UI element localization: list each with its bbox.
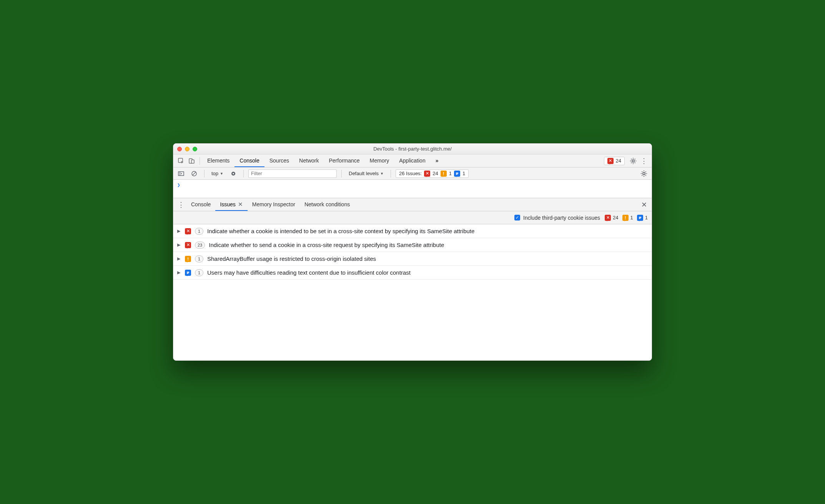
error-icon: ✕	[607, 158, 614, 164]
error-icon: ✕	[185, 242, 191, 248]
issue-row[interactable]: ▶ ! 1 SharedArrayBuffer usage is restric…	[173, 252, 652, 266]
titlebar: DevTools - first-party-test.glitch.me/	[173, 144, 652, 154]
warnings-counter[interactable]: ! 1	[622, 215, 633, 221]
error-icon: ✕	[185, 228, 191, 234]
issues-list: ▶ ✕ 1 Indicate whether a cookie is inten…	[173, 224, 652, 280]
checkbox-icon: ✓	[514, 215, 520, 220]
main-tabs: Elements Console Sources Network Perform…	[202, 154, 443, 167]
separator	[243, 170, 244, 177]
more-menu-icon[interactable]: ⋮	[639, 156, 649, 166]
settings-icon[interactable]	[628, 156, 639, 166]
close-tab-icon[interactable]: ✕	[238, 201, 243, 208]
issue-count-pill: 1	[195, 255, 203, 262]
clear-console-icon[interactable]	[189, 168, 200, 179]
disclosure-icon[interactable]: ▶	[177, 242, 181, 247]
issue-title: Indicate whether a cookie is intended to…	[207, 228, 474, 234]
close-drawer-icon[interactable]: ✕	[639, 201, 649, 209]
empty-space	[173, 280, 652, 360]
console-input-area[interactable]: ❯	[173, 180, 652, 198]
warning-icon: !	[185, 256, 191, 262]
tab-application[interactable]: Application	[394, 154, 431, 167]
issue-row[interactable]: ▶ ✕ 1 Indicate whether a cookie is inten…	[173, 224, 652, 238]
disclosure-icon[interactable]: ▶	[177, 256, 181, 261]
separator	[341, 170, 342, 177]
third-party-checkbox[interactable]: ✓ Include third-party cookie issues	[514, 215, 600, 221]
tab-elements[interactable]: Elements	[202, 154, 235, 167]
issue-count-pill: 23	[195, 242, 205, 249]
context-selector[interactable]: top ▼	[209, 170, 226, 177]
issue-count-pill: 1	[195, 228, 203, 235]
devtools-window: DevTools - first-party-test.glitch.me/ E…	[173, 143, 652, 361]
svg-point-9	[643, 172, 645, 175]
drawer-tab-network-conditions[interactable]: Network conditions	[300, 198, 354, 211]
error-count: 24	[616, 158, 621, 164]
error-icon: ✕	[424, 171, 430, 177]
drawer-tab-console[interactable]: Console	[186, 198, 215, 211]
console-toolbar: top ▼ Default levels ▼ 26 Issues: ✕ 24 !…	[173, 167, 652, 180]
issues-toolbar: ✓ Include third-party cookie issues ✕ 24…	[173, 211, 652, 224]
info-icon	[185, 270, 191, 276]
info-icon	[637, 215, 643, 221]
svg-point-8	[233, 173, 234, 174]
issue-counters: ✕ 24 ! 1 1	[605, 215, 648, 221]
issue-title: SharedArrayBuffer usage is restricted to…	[207, 255, 376, 262]
issue-title: Users may have difficulties reading text…	[207, 269, 411, 276]
main-tabstrip: Elements Console Sources Network Perform…	[173, 154, 652, 167]
window-title: DevTools - first-party-test.glitch.me/	[173, 146, 652, 152]
separator	[391, 170, 391, 177]
drawer-tab-memory-inspector[interactable]: Memory Inspector	[248, 198, 300, 211]
issue-row[interactable]: ▶ 1 Users may have difficulties reading …	[173, 266, 652, 280]
tab-sources[interactable]: Sources	[264, 154, 294, 167]
device-toggle-icon[interactable]	[186, 156, 197, 166]
inspect-element-icon[interactable]	[176, 156, 186, 166]
tab-performance[interactable]: Performance	[324, 154, 364, 167]
filter-input[interactable]	[248, 169, 337, 178]
svg-rect-2	[191, 160, 194, 163]
issue-count-pill: 1	[195, 269, 203, 276]
issue-title: Indicate whether to send a cookie in a c…	[209, 242, 444, 248]
errors-counter[interactable]: ✕ 24	[605, 215, 618, 221]
tab-memory[interactable]: Memory	[365, 154, 394, 167]
warning-icon: !	[441, 171, 447, 177]
error-count-badge[interactable]: ✕ 24	[604, 157, 625, 165]
disclosure-icon[interactable]: ▶	[177, 270, 181, 275]
issues-summary-button[interactable]: 26 Issues: ✕ 24 ! 1 1	[396, 169, 469, 178]
warning-icon: !	[622, 215, 629, 221]
chevron-down-icon: ▼	[380, 172, 384, 176]
svg-point-3	[632, 160, 634, 162]
console-settings-icon[interactable]	[639, 168, 649, 179]
issue-row[interactable]: ▶ ✕ 23 Indicate whether to send a cookie…	[173, 238, 652, 252]
separator	[204, 170, 205, 177]
sidebar-toggle-icon[interactable]	[176, 168, 186, 179]
disclosure-icon[interactable]: ▶	[177, 229, 181, 234]
tab-console[interactable]: Console	[235, 154, 264, 167]
prompt-icon: ❯	[177, 182, 180, 188]
separator	[200, 157, 200, 165]
info-counter[interactable]: 1	[637, 215, 648, 221]
log-levels-selector[interactable]: Default levels ▼	[346, 171, 386, 176]
chevron-down-icon: ▼	[220, 172, 223, 176]
tab-network[interactable]: Network	[294, 154, 324, 167]
live-expression-icon[interactable]	[228, 168, 239, 179]
drawer-more-icon[interactable]: ⋮	[176, 199, 186, 210]
error-icon: ✕	[605, 215, 611, 221]
svg-line-6	[193, 172, 196, 175]
info-icon	[454, 171, 460, 177]
drawer-tabstrip: ⋮ Console Issues ✕ Memory Inspector Netw…	[173, 198, 652, 211]
drawer-tab-issues[interactable]: Issues ✕	[215, 198, 247, 211]
more-tabs-button[interactable]: »	[431, 154, 444, 167]
